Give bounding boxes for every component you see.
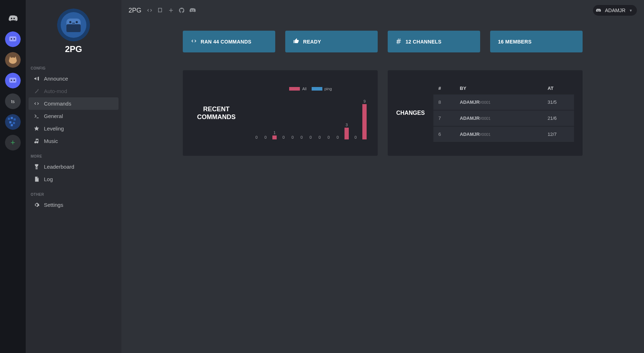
code-icon[interactable] bbox=[146, 7, 153, 14]
nav-item-label: Settings bbox=[44, 202, 63, 208]
bar-slot: 0 bbox=[333, 93, 342, 139]
svg-point-11 bbox=[14, 80, 15, 81]
change-idx: 7 bbox=[438, 116, 460, 121]
cat-avatar-icon bbox=[5, 52, 21, 68]
recent-commands-title: RECENT COMMANDS bbox=[191, 105, 241, 121]
stat-card: RAN 44 COMMANDS bbox=[183, 31, 275, 52]
nav-section-label: MORE bbox=[26, 147, 121, 160]
change-by: ADAMJR#0001 bbox=[460, 99, 548, 105]
chart-legend: Allping bbox=[252, 87, 369, 91]
topbar: 2PG ADAMJR ▼ bbox=[121, 0, 644, 21]
bar-value-label: 0 bbox=[301, 135, 303, 139]
change-idx: 8 bbox=[438, 99, 460, 105]
changes-header-by: BY bbox=[460, 86, 548, 91]
discord-icon[interactable] bbox=[189, 7, 196, 14]
nav-item-leaderboard[interactable]: Leaderboard bbox=[29, 160, 119, 173]
rail-server-blue[interactable] bbox=[5, 114, 21, 130]
svg-rect-9 bbox=[9, 78, 16, 83]
changes-row[interactable]: 8ADAMJR#000131/5 bbox=[433, 94, 574, 110]
svg-point-10 bbox=[11, 80, 12, 81]
chevron-down-icon: ▼ bbox=[629, 9, 633, 12]
github-icon[interactable] bbox=[178, 7, 185, 14]
log-icon bbox=[34, 176, 40, 182]
svg-point-22 bbox=[69, 21, 71, 23]
nav-item-label: Leaderboard bbox=[44, 164, 74, 170]
changes-header-idx: # bbox=[438, 86, 460, 91]
changes-row[interactable]: 6ADAMJR#000112/7 bbox=[433, 127, 574, 142]
svg-point-23 bbox=[76, 21, 78, 23]
nav-item-music[interactable]: Music bbox=[29, 135, 119, 147]
user-name: ADAMJR bbox=[605, 7, 626, 13]
stat-label: READY bbox=[303, 39, 321, 45]
trophy-icon bbox=[34, 164, 40, 170]
sidebar-hero: 2PG bbox=[26, 0, 121, 59]
bot-avatar-icon bbox=[5, 73, 21, 88]
rail-home[interactable] bbox=[5, 11, 21, 26]
svg-rect-24 bbox=[72, 23, 75, 24]
book-icon[interactable] bbox=[157, 7, 163, 14]
nav-item-settings[interactable]: Settings bbox=[29, 199, 119, 211]
user-menu[interactable]: ADAMJR ▼ bbox=[593, 5, 637, 16]
bar-slot: 0 bbox=[306, 93, 315, 139]
svg-point-3 bbox=[14, 38, 15, 40]
bar-value-label: 0 bbox=[291, 135, 293, 139]
rail-server-bot2[interactable] bbox=[5, 73, 21, 88]
stat-card: 16 MEMBERS bbox=[490, 31, 583, 52]
bar-value-label: 0 bbox=[265, 135, 267, 139]
nav-item-log[interactable]: Log bbox=[29, 173, 119, 185]
nav-item-announce[interactable]: Announce bbox=[29, 72, 119, 85]
stat-card: READY bbox=[285, 31, 378, 52]
legend-item: All bbox=[289, 87, 306, 91]
rail-server-ts[interactable]: ts bbox=[5, 93, 21, 109]
svg-rect-1 bbox=[9, 36, 16, 41]
nav-item-label: Leveling bbox=[44, 126, 64, 132]
rail-server-cat[interactable] bbox=[5, 52, 21, 68]
bar-value-label: 0 bbox=[310, 135, 312, 139]
changes-table: # BY AT 8ADAMJR#000131/57ADAMJR#000121/6… bbox=[433, 83, 574, 143]
topbar-icons bbox=[146, 7, 196, 14]
nav-item-label: Auto-mod bbox=[44, 88, 67, 94]
nav-item-leveling[interactable]: Leveling bbox=[29, 122, 119, 135]
bar-value-label: 0 bbox=[256, 135, 258, 139]
bar-slot: 0 bbox=[288, 93, 297, 139]
page-title: 2PG bbox=[129, 7, 141, 14]
nav-section-label: CONFIG bbox=[26, 59, 121, 72]
changes-title: CHANGES bbox=[396, 110, 425, 116]
nav-item-general[interactable]: General bbox=[29, 110, 119, 122]
nav-item-auto-mod[interactable]: Auto-mod bbox=[29, 85, 119, 97]
change-at: 12/7 bbox=[548, 132, 569, 137]
bar-slot: 0 bbox=[261, 93, 270, 139]
svg-rect-16 bbox=[9, 121, 11, 123]
changes-row[interactable]: 7ADAMJR#000121/6 bbox=[433, 111, 574, 126]
megaphone-icon bbox=[34, 76, 40, 82]
plus-icon: + bbox=[11, 138, 15, 147]
terminal-icon bbox=[34, 113, 40, 119]
nav-item-commands[interactable]: Commands bbox=[29, 97, 119, 110]
legend-swatch bbox=[312, 87, 322, 91]
music-icon bbox=[34, 138, 40, 144]
nav-item-label: Music bbox=[44, 138, 58, 144]
bar-value-label: 0 bbox=[354, 135, 357, 139]
bar-slot: 0 bbox=[324, 93, 333, 139]
svg-rect-13 bbox=[8, 118, 10, 120]
stat-card: 12 CHANNELS bbox=[388, 31, 480, 52]
svg-rect-18 bbox=[11, 124, 13, 126]
change-at: 31/5 bbox=[548, 99, 569, 105]
bar-value-label: 0 bbox=[327, 135, 329, 139]
bar-slot: 0 bbox=[351, 93, 360, 139]
changes-panel: CHANGES # BY AT 8ADAMJR#000131/57ADAMJR#… bbox=[388, 70, 583, 156]
bar-value-label: 0 bbox=[337, 135, 339, 139]
bar-slot: 0 bbox=[315, 93, 324, 139]
recent-commands-panel: RECENT COMMANDS Allping 0010000000309 bbox=[183, 70, 378, 156]
stat-label: 12 CHANNELS bbox=[406, 39, 442, 45]
bar-slot: 0 bbox=[297, 93, 306, 139]
code-icon bbox=[191, 38, 197, 45]
rail-server-bot[interactable] bbox=[5, 31, 21, 47]
rail-add-server[interactable]: + bbox=[5, 135, 21, 150]
bar-value-label: 1 bbox=[273, 131, 276, 135]
mosaic-icon bbox=[5, 114, 21, 130]
plus-icon[interactable] bbox=[168, 7, 174, 14]
svg-point-2 bbox=[11, 38, 12, 40]
svg-rect-15 bbox=[14, 118, 16, 121]
bar bbox=[272, 135, 277, 139]
